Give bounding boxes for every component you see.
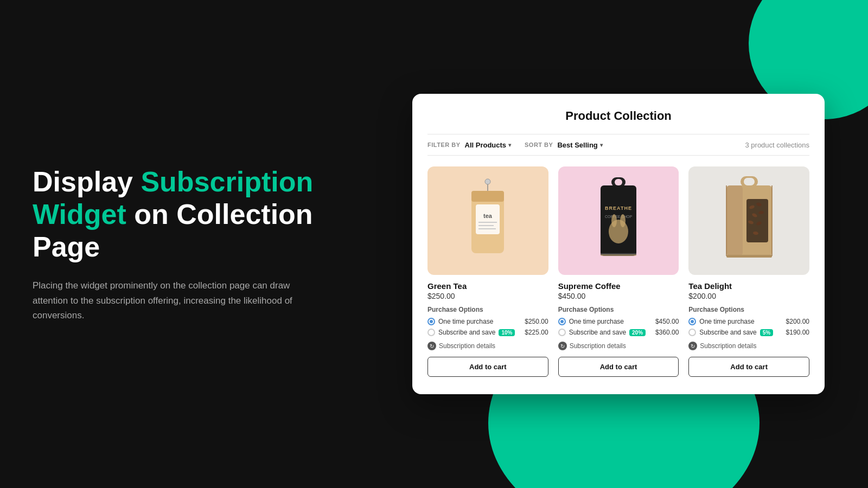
radio-group-supreme-coffee: One time purchase $450.00 Subscribe and … bbox=[558, 318, 679, 336]
save-badge-2: 20% bbox=[629, 329, 646, 336]
radio-option-one-time-2[interactable]: One time purchase $450.00 bbox=[558, 318, 679, 325]
radio-group-green-tea: One time purchase $250.00 Subscribe and … bbox=[427, 318, 548, 336]
filter-by-label: FILTER BY bbox=[427, 142, 461, 148]
svg-rect-10 bbox=[615, 179, 622, 185]
product-price-supreme-coffee: $450.00 bbox=[558, 292, 679, 300]
radio-label-subscribe-1: Subscribe and save bbox=[438, 329, 495, 336]
radio-option-subscribe-1[interactable]: Subscribe and save 10% $225.00 bbox=[427, 329, 548, 336]
product-collection-card: Product Collection FILTER BY All Product… bbox=[412, 94, 825, 394]
radio-price-one-time-2: $450.00 bbox=[655, 318, 679, 325]
tea-delight-illustration bbox=[717, 175, 782, 267]
supreme-coffee-illustration: BREATHE COFFEE SHOP bbox=[589, 175, 648, 267]
green-tea-illustration: tea bbox=[458, 177, 518, 264]
subscription-details-2[interactable]: ↻ Subscription details bbox=[558, 342, 679, 350]
filter-bar: FILTER BY All Products ▾ SORT BY Best Se… bbox=[427, 134, 809, 156]
purchase-options-label-3: Purchase Options bbox=[688, 306, 809, 313]
radio-label-one-time-1: One time purchase bbox=[438, 318, 493, 325]
hero-title: Display SubscriptionWidget on Collection… bbox=[33, 166, 326, 263]
svg-text:BREATHE: BREATHE bbox=[605, 206, 632, 211]
radio-option-subscribe-3[interactable]: Subscribe and save 5% $190.00 bbox=[688, 329, 809, 336]
filter-dropdown[interactable]: All Products ▾ bbox=[465, 141, 512, 149]
radio-label-subscribe-3: Subscribe and save bbox=[699, 329, 756, 336]
product-name-supreme-coffee: Supreme Coffee bbox=[558, 281, 679, 291]
radio-option-one-time-1[interactable]: One time purchase $250.00 bbox=[427, 318, 548, 325]
product-item-supreme-coffee: BREATHE COFFEE SHOP Supreme Coffee $450.… bbox=[558, 166, 679, 377]
svg-text:COFFEE SHOP: COFFEE SHOP bbox=[605, 215, 633, 219]
product-name-green-tea: Green Tea bbox=[427, 281, 548, 291]
subscription-details-3[interactable]: ↻ Subscription details bbox=[688, 342, 809, 350]
save-badge-3: 5% bbox=[760, 329, 773, 336]
hero-subtitle: Placing the widget prominently on the co… bbox=[33, 278, 293, 323]
radio-circle-selected-3 bbox=[688, 318, 696, 325]
svg-rect-1 bbox=[471, 191, 504, 202]
svg-point-8 bbox=[485, 179, 490, 184]
radio-circle-2 bbox=[558, 329, 566, 336]
product-price-green-tea: $250.00 bbox=[427, 292, 548, 300]
svg-rect-2 bbox=[476, 204, 500, 234]
svg-rect-5 bbox=[478, 225, 494, 226]
radio-price-subscribe-3: $190.00 bbox=[786, 329, 809, 336]
radio-option-one-time-3[interactable]: One time purchase $200.00 bbox=[688, 318, 809, 325]
purchase-options-label-1: Purchase Options bbox=[427, 306, 548, 313]
svg-point-15 bbox=[611, 214, 617, 227]
product-image-tea-delight bbox=[688, 166, 809, 275]
svg-rect-31 bbox=[726, 255, 772, 258]
product-image-green-tea: tea bbox=[427, 166, 548, 275]
add-to-cart-tea-delight[interactable]: Add to cart bbox=[688, 357, 809, 377]
add-to-cart-supreme-coffee[interactable]: Add to cart bbox=[558, 357, 679, 377]
add-to-cart-green-tea[interactable]: Add to cart bbox=[427, 357, 548, 377]
sort-chevron-icon: ▾ bbox=[600, 142, 603, 148]
sub-icon-3: ↻ bbox=[688, 342, 697, 350]
radio-circle-3 bbox=[688, 329, 696, 336]
radio-price-one-time-3: $200.00 bbox=[786, 318, 809, 325]
sub-details-label-2: Subscription details bbox=[570, 342, 626, 350]
svg-rect-4 bbox=[478, 222, 497, 223]
subscription-details-1[interactable]: ↻ Subscription details bbox=[427, 342, 548, 350]
svg-rect-18 bbox=[601, 254, 636, 256]
collection-title: Product Collection bbox=[427, 109, 809, 123]
svg-rect-6 bbox=[478, 228, 496, 229]
radio-price-subscribe-1: $225.00 bbox=[525, 329, 548, 336]
filter-group: FILTER BY All Products ▾ SORT BY Best Se… bbox=[427, 140, 603, 150]
product-name-tea-delight: Tea Delight bbox=[688, 281, 809, 291]
sort-dropdown[interactable]: Best Selling ▾ bbox=[557, 141, 602, 149]
sort-by-label: SORT BY bbox=[525, 142, 553, 148]
svg-text:tea: tea bbox=[483, 213, 493, 219]
svg-rect-20 bbox=[744, 178, 755, 185]
sub-icon-2: ↻ bbox=[558, 342, 567, 350]
svg-point-16 bbox=[620, 214, 626, 227]
sort-value: Best Selling bbox=[557, 141, 597, 149]
radio-circle-selected-1 bbox=[427, 318, 435, 325]
product-item-green-tea: tea Green Tea $250.00 Purchase Options bbox=[427, 166, 548, 377]
radio-price-one-time-1: $250.00 bbox=[525, 318, 548, 325]
radio-label-subscribe-2: Subscribe and save bbox=[569, 329, 626, 336]
product-count: 3 product collections bbox=[745, 141, 809, 149]
purchase-options-label-2: Purchase Options bbox=[558, 306, 679, 313]
hero-panel: Display SubscriptionWidget on Collection… bbox=[33, 166, 326, 323]
product-item-tea-delight: Tea Delight $200.00 Purchase Options One… bbox=[688, 166, 809, 377]
radio-option-subscribe-2[interactable]: Subscribe and save 20% $360.00 bbox=[558, 329, 679, 336]
sub-details-label-1: Subscription details bbox=[439, 342, 495, 350]
svg-rect-22 bbox=[726, 185, 743, 256]
hero-title-highlight: SubscriptionWidget bbox=[33, 166, 313, 230]
radio-label-one-time-2: One time purchase bbox=[569, 318, 624, 325]
products-grid: tea Green Tea $250.00 Purchase Options bbox=[427, 166, 809, 377]
product-price-tea-delight: $200.00 bbox=[688, 292, 809, 300]
radio-price-subscribe-2: $360.00 bbox=[655, 329, 679, 336]
filter-value: All Products bbox=[465, 141, 507, 149]
radio-circle-selected-2 bbox=[558, 318, 566, 325]
save-badge-1: 10% bbox=[499, 329, 515, 336]
sub-icon-1: ↻ bbox=[427, 342, 436, 350]
radio-circle-1 bbox=[427, 329, 435, 336]
filter-chevron-icon: ▾ bbox=[508, 142, 511, 148]
product-image-supreme-coffee: BREATHE COFFEE SHOP bbox=[558, 166, 679, 275]
radio-group-tea-delight: One time purchase $200.00 Subscribe and … bbox=[688, 318, 809, 336]
radio-label-one-time-3: One time purchase bbox=[699, 318, 754, 325]
sub-details-label-3: Subscription details bbox=[700, 342, 756, 350]
